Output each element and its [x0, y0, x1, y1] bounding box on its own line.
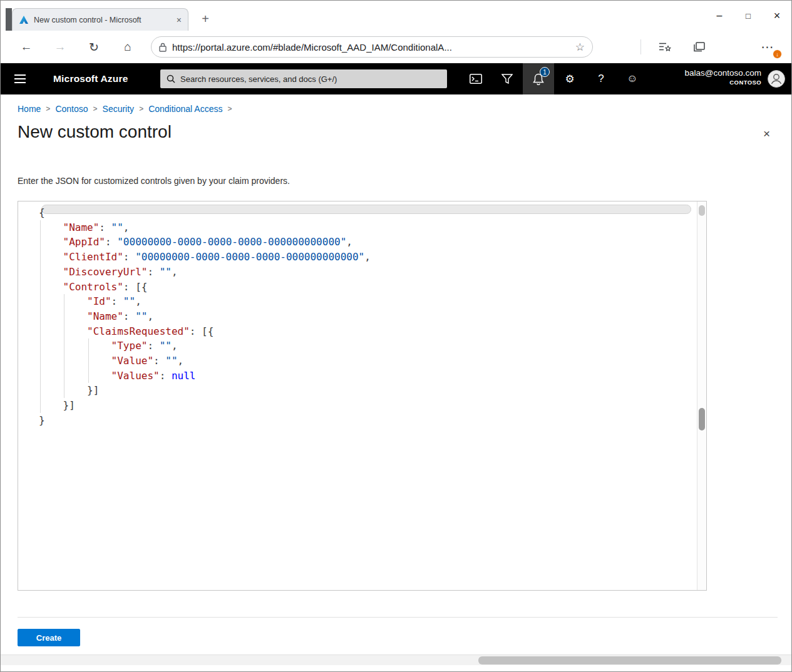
search-icon	[167, 74, 175, 83]
account-info[interactable]: balas@contoso.com CONTOSO	[684, 68, 761, 86]
tenant-name: CONTOSO	[684, 79, 761, 86]
page-horizontal-scrollbar[interactable]	[1, 654, 791, 665]
window-frame-edge	[6, 8, 12, 31]
cloud-shell-icon[interactable]	[460, 63, 491, 94]
editor-line: "Name": "",	[39, 309, 696, 324]
collections-icon[interactable]	[691, 39, 707, 54]
window-controls: – □ ×	[705, 1, 791, 31]
chevron-right-icon: >	[46, 104, 50, 113]
breadcrumb-item-conditional-access[interactable]: Conditional Access	[148, 104, 222, 114]
azure-header: Microsoft Azure 1 ⚙ ? ☺ balas@contoso.co…	[1, 63, 791, 94]
editor-vertical-scrollbar-thumb[interactable]	[699, 408, 705, 430]
editor-line: "Value": "",	[39, 354, 696, 369]
azure-brand[interactable]: Microsoft Azure	[53, 63, 128, 94]
feedback-smiley-icon[interactable]: ☺	[617, 63, 648, 94]
editor-line: "Values": null	[39, 369, 696, 384]
editor-line: }]	[39, 398, 696, 413]
editor-line: "ClaimsRequested": [{	[39, 324, 696, 339]
chevron-right-icon: >	[93, 104, 98, 113]
browser-tab[interactable]: New custom control - Microsoft ×	[12, 8, 188, 31]
editor-scrollbar-top-thumb[interactable]	[699, 205, 705, 216]
tab-title: New custom control - Microsoft	[34, 16, 172, 24]
editor-line: "Type": "",	[39, 339, 696, 354]
azure-search-input[interactable]	[180, 74, 441, 84]
browser-window: New custom control - Microsoft × + – □ ×…	[0, 0, 792, 672]
minimize-button[interactable]: –	[705, 1, 734, 31]
breadcrumb-item-home[interactable]: Home	[18, 104, 41, 114]
help-icon[interactable]: ?	[585, 63, 617, 94]
editor-code[interactable]: { "Name": "", "AppId": "00000000-0000-00…	[18, 205, 696, 428]
address-bar[interactable]: ☆	[151, 36, 593, 58]
editor-line: "Name": "",	[39, 220, 696, 235]
page-title: New custom control	[18, 122, 172, 142]
tab-strip: New custom control - Microsoft × + – □ ×	[1, 1, 791, 31]
editor-line: "AppId": "00000000-0000-0000-0000-000000…	[39, 235, 696, 250]
settings-gear-icon[interactable]: ⚙	[554, 63, 585, 94]
editor-line: "DiscoveryUrl": "",	[39, 265, 696, 280]
footer-divider	[18, 617, 778, 618]
create-button[interactable]: Create	[18, 629, 80, 646]
lock-icon	[159, 43, 167, 52]
new-tab-button[interactable]: +	[196, 9, 215, 28]
editor-line: {	[39, 205, 696, 220]
reload-icon[interactable]: ↻	[80, 33, 108, 61]
editor-line: "Controls": [{	[39, 280, 696, 295]
azure-search-box[interactable]	[160, 69, 447, 88]
editor-line: "Id": "",	[39, 294, 696, 309]
chevron-right-icon: >	[139, 104, 143, 113]
forward-icon[interactable]: →	[46, 33, 74, 61]
toolbar-divider	[640, 39, 641, 54]
back-icon[interactable]: ←	[13, 33, 40, 61]
page-scrollbar-thumb[interactable]	[478, 656, 781, 664]
breadcrumb-item-contoso[interactable]: Contoso	[55, 104, 88, 114]
chevron-right-icon: >	[227, 104, 232, 113]
azure-favicon-icon	[19, 15, 29, 25]
user-email: balas@contoso.com	[684, 68, 761, 78]
editor-line: }]	[39, 383, 696, 398]
tab-close-icon[interactable]: ×	[177, 16, 182, 24]
nav-buttons: ← → ↻ ⌂	[9, 31, 145, 63]
avatar[interactable]	[768, 70, 785, 88]
editor-line: }	[39, 413, 696, 428]
blade-close-icon[interactable]: ×	[763, 127, 770, 141]
notifications-bell-icon[interactable]: 1	[523, 63, 554, 94]
bookmark-star-icon[interactable]: ☆	[575, 41, 585, 54]
blade-content: Home > Contoso > Security > Conditional …	[1, 94, 791, 655]
notification-count-badge: 1	[540, 67, 550, 77]
json-editor[interactable]: { "Name": "", "AppId": "00000000-0000-00…	[18, 201, 707, 591]
favorites-bar-icon[interactable]	[657, 39, 673, 54]
update-badge-icon: ↓	[773, 49, 782, 59]
hamburger-menu-icon[interactable]	[1, 63, 39, 94]
breadcrumb: Home > Contoso > Security > Conditional …	[18, 104, 237, 114]
url-input[interactable]	[172, 42, 570, 53]
blade-description: Enter the JSON for customized controls g…	[18, 176, 290, 186]
maximize-button[interactable]: □	[734, 1, 763, 31]
azure-header-icons: 1 ⚙ ? ☺	[460, 63, 648, 94]
directory-filter-icon[interactable]	[491, 63, 523, 94]
close-window-button[interactable]: ×	[763, 1, 791, 31]
editor-line: "ClientId": "00000000-0000-0000-0000-000…	[39, 250, 696, 265]
home-icon[interactable]: ⌂	[114, 33, 141, 61]
editor-vertical-scrollbar[interactable]	[697, 201, 706, 590]
breadcrumb-item-security[interactable]: Security	[103, 104, 135, 114]
browser-toolbar: ← → ↻ ⌂ ☆ ⋯ ↓	[1, 31, 791, 63]
